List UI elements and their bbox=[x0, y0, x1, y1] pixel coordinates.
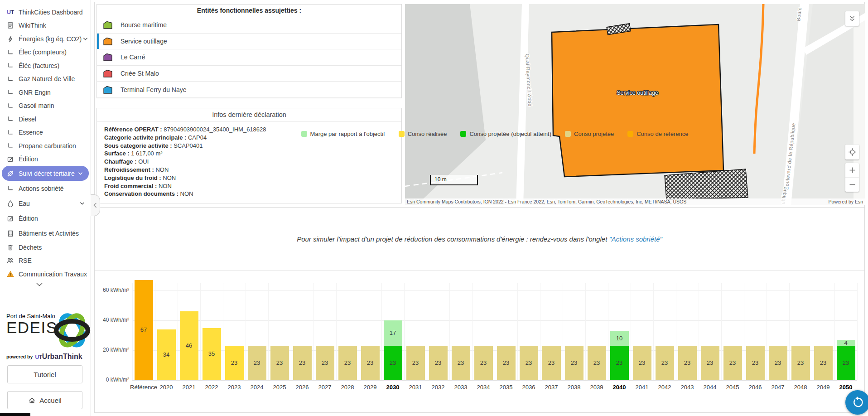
legend-item-projetee[interactable]: Conso projetée bbox=[565, 131, 614, 137]
home-button[interactable]: Accueil bbox=[7, 391, 82, 409]
edeis-knot-icon bbox=[50, 306, 94, 355]
bar-value-label: 23 bbox=[361, 359, 380, 367]
entity-row-terminal-ferry-du-naye[interactable]: Terminal Ferry du Naye bbox=[97, 82, 401, 98]
gridline bbox=[336, 283, 337, 380]
gridline bbox=[381, 283, 382, 380]
sidebar-item-essence[interactable]: Essence bbox=[0, 126, 91, 140]
sidebar-item-wikithink[interactable]: WikiThink bbox=[0, 19, 91, 33]
bar-value-label: 23 bbox=[656, 359, 674, 367]
sidebar-item-gaz-naturel-de-ville[interactable]: Gaz Naturel de Ville bbox=[0, 73, 91, 86]
info-field-refroidissement: Refroidissement : NON bbox=[104, 166, 397, 174]
map-collapse-button[interactable] bbox=[845, 11, 859, 26]
gridline bbox=[653, 283, 654, 380]
panel-collapse-tab[interactable] bbox=[91, 194, 100, 216]
gridline bbox=[313, 283, 314, 380]
leaf-icon bbox=[7, 170, 14, 177]
bar-value-label: 23 bbox=[542, 359, 561, 367]
entity-label: Terminal Ferry du Naye bbox=[121, 86, 187, 93]
entity-row-bourse-maritime[interactable]: Bourse maritime bbox=[97, 17, 401, 34]
service-outillage-polygon[interactable] bbox=[552, 24, 723, 177]
sidebar-item-eau[interactable]: Eau bbox=[0, 196, 91, 211]
bar-value-label: 23 bbox=[588, 359, 606, 367]
zoom-in-button[interactable] bbox=[845, 163, 859, 177]
entity-polygon-swatch bbox=[103, 20, 113, 29]
legend-label: Conso projetée (objectif atteint) bbox=[469, 131, 551, 137]
sidebar-item-label: Éléc (factures) bbox=[19, 62, 59, 69]
sub-level-icon bbox=[7, 185, 14, 192]
entity-row-le-carr-[interactable]: Le Carré bbox=[97, 49, 401, 66]
bar-value-label: 23 bbox=[316, 359, 334, 367]
gridline bbox=[359, 283, 359, 380]
entity-polygon-swatch bbox=[103, 85, 113, 94]
bar-value-label: 23 bbox=[701, 359, 719, 367]
gridline bbox=[631, 283, 631, 380]
info-field-conservation-documents: Conservation documents : NON bbox=[104, 190, 397, 198]
sidebar-item-d-chets[interactable]: Déchets bbox=[0, 241, 91, 254]
zoom-out-button[interactable] bbox=[845, 177, 859, 192]
map[interactable]: Quai Raymond l'Abbé Boulevard de la Répu… bbox=[405, 4, 865, 205]
sidebar-item-actions-sobri-t[interactable]: Actions sobriété bbox=[0, 181, 91, 196]
urbanthink-icon: UT bbox=[35, 353, 42, 360]
bar-value-label: 23 bbox=[406, 359, 425, 367]
map-attribution: Esri Community Maps Contributors, IGN 20… bbox=[405, 198, 865, 205]
legend-item-atteint[interactable]: Conso projetée (objectif atteint) bbox=[460, 131, 551, 137]
warning-icon bbox=[7, 271, 14, 277]
entity-row-cri-e-st-malo[interactable]: Criée St Malo bbox=[97, 66, 401, 82]
gridline bbox=[495, 283, 495, 380]
sidebar-item-dition[interactable]: Édition bbox=[0, 211, 91, 226]
locate-icon bbox=[848, 148, 857, 156]
gridline bbox=[699, 283, 699, 380]
sidebar-item-lec-compteurs[interactable]: Élec (compteurs) bbox=[0, 46, 91, 59]
sidebar-item-label: Communication Travaux bbox=[19, 271, 87, 278]
consumption-chart: 0 kWh/m²20 kWh/m²40 kWh/m²60 kWh/m²67Réf… bbox=[95, 271, 864, 412]
entities-panel-title: Entités fonctionnelles assujetties : bbox=[97, 5, 401, 17]
sidebar-item-dition[interactable]: Édition bbox=[0, 153, 91, 166]
simulation-note: Pour simuler l'impact d'un projet de réd… bbox=[95, 207, 864, 271]
entities-list: Bourse maritimeService outillageLe Carré… bbox=[97, 17, 401, 98]
refresh-button[interactable] bbox=[845, 390, 868, 415]
sidebar-item-label: GNR Engin bbox=[19, 89, 51, 96]
sidebar-item-propane-carburation[interactable]: Propane carburation bbox=[0, 139, 91, 153]
bar-value-label: 23 bbox=[814, 359, 833, 367]
bar-value-label: 23 bbox=[225, 359, 244, 367]
polygon-label: Service outillage bbox=[617, 90, 658, 96]
bar-value-label: 23 bbox=[769, 359, 787, 367]
sidebar-item-b-timents-et-activit-s[interactable]: Bâtiments et Activités bbox=[0, 226, 91, 241]
map-locate-button[interactable] bbox=[845, 145, 859, 160]
sidebar-item-communication-travaux[interactable]: Communication Travaux bbox=[0, 267, 91, 281]
legend-item-marge[interactable]: Marge par rapport à l'objectif bbox=[301, 131, 385, 137]
entity-polygon-swatch bbox=[103, 37, 113, 46]
sidebar-item-diesel[interactable]: Diesel bbox=[0, 112, 91, 126]
map-scale-label: 10 m bbox=[434, 176, 447, 183]
sidebar-item-thinkcities-dashboard[interactable]: UTThinkCities Dashboard bbox=[0, 5, 91, 19]
legend-item-reference[interactable]: Conso de référence bbox=[627, 131, 688, 137]
chevron-down-icon bbox=[80, 202, 85, 205]
sidebar-item-label: Gaz Naturel de Ville bbox=[19, 75, 75, 82]
entity-row-service-outillage[interactable]: Service outillage bbox=[97, 34, 401, 50]
gridline bbox=[132, 283, 133, 380]
sidebar-expand-chevron[interactable] bbox=[33, 282, 46, 287]
chevron-down-icon bbox=[78, 172, 83, 175]
chevron-left-icon bbox=[93, 203, 97, 208]
legend-item-realisee[interactable]: Conso réalisée bbox=[399, 131, 447, 137]
actions-sobriete-link[interactable]: "Actions sobriété" bbox=[609, 235, 662, 243]
entity-label: Le Carré bbox=[121, 53, 145, 61]
y-axis-tick-label: 20 kWh/m² bbox=[95, 347, 129, 353]
sub-level-icon bbox=[7, 142, 14, 149]
powered-by-text: powered by bbox=[6, 354, 33, 359]
map-zoom-controls bbox=[845, 163, 859, 192]
sidebar-item-gnr-engin[interactable]: GNR Engin bbox=[0, 86, 91, 99]
legend-swatch bbox=[301, 131, 307, 137]
sidebar-item-label: WikiThink bbox=[19, 22, 46, 29]
sidebar-item-rse[interactable]: RSE bbox=[0, 254, 91, 268]
sidebar-item-nergies-kg-q-co2[interactable]: Énergies (kg éq. CO2) bbox=[0, 32, 91, 46]
sidebar-item-label: Bâtiments et Activités bbox=[19, 230, 79, 237]
sidebar-item-suivi-d-cret-tertiaire[interactable]: Suivi décret tertiaire bbox=[2, 166, 89, 181]
sidebar-item-l-c-factures[interactable]: Éléc (factures) bbox=[0, 59, 91, 73]
info-field-surface: Surface : 1 617,00 m² bbox=[104, 150, 397, 158]
map-attribution-text: Esri Community Maps Contributors, IGN 20… bbox=[407, 198, 686, 205]
sidebar-item-gasoil-marin[interactable]: Gasoil marin bbox=[0, 99, 91, 113]
edeis-logo: Port de Saint-Malo EDEIS bbox=[6, 313, 91, 336]
tutorial-button[interactable]: Tutoriel bbox=[7, 365, 82, 383]
home-icon bbox=[28, 397, 36, 404]
